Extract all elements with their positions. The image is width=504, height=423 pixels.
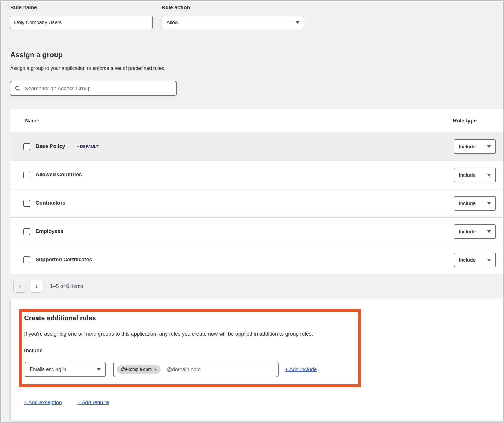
chevron-down-icon — [487, 145, 491, 148]
chevron-right-icon: › — [36, 282, 38, 290]
include-condition-value: Emails ending in — [30, 367, 66, 372]
add-require-link[interactable]: + Add require — [77, 399, 109, 406]
pagination-prev-button[interactable]: ‹ — [13, 280, 26, 293]
pagination-next-button[interactable]: › — [30, 280, 43, 293]
column-header-rule-type: Rule type — [453, 118, 477, 124]
email-domain-input[interactable]: @example.com × @domain.com — [113, 362, 279, 377]
group-name: Allowed Countries — [36, 172, 82, 178]
table-header: Name Rule type — [10, 109, 503, 132]
access-group-search[interactable] — [10, 81, 177, 96]
include-label: Include — [24, 348, 43, 354]
rule-type-select[interactable]: Include — [454, 196, 496, 211]
rule-type-value: Include — [459, 172, 476, 178]
rule-type-value: Include — [459, 200, 476, 207]
row-checkbox[interactable] — [23, 143, 30, 150]
table-row: Employees Include — [10, 217, 503, 246]
chevron-down-icon — [487, 202, 491, 205]
rule-type-select[interactable]: Include — [454, 224, 496, 239]
rule-action-select[interactable]: Allow — [162, 16, 304, 29]
row-checkbox[interactable] — [23, 228, 30, 235]
group-name: Employees — [36, 228, 63, 234]
remove-tag-icon[interactable]: × — [154, 367, 157, 372]
rule-type-select[interactable]: Include — [454, 253, 496, 267]
row-checkbox[interactable] — [23, 172, 30, 178]
rule-configuration-page: Rule name Rule action Allow Assign a gro… — [0, 0, 504, 423]
email-domain-placeholder: @domain.com — [167, 366, 201, 372]
search-icon — [15, 85, 21, 92]
rule-action-label: Rule action — [162, 4, 190, 11]
email-domain-tag-value: @example.com — [121, 367, 152, 372]
rule-type-value: Include — [459, 144, 476, 150]
chevron-down-icon — [487, 174, 491, 176]
assign-group-description: Assign a group to your application to en… — [10, 66, 165, 71]
add-include-link[interactable]: + Add include — [285, 366, 317, 372]
table-body: Base Policy • DEFAULT Include Allowed Co… — [10, 132, 503, 274]
table-row: Contractors Include — [10, 189, 503, 217]
table-row: Supported Certificates Include — [10, 246, 503, 274]
add-exception-link[interactable]: + Add exception — [24, 399, 62, 406]
email-domain-tag: @example.com × — [117, 365, 161, 374]
access-groups-table: Name Rule type Base Policy • DEFAULT Inc… — [10, 109, 503, 274]
search-input[interactable] — [24, 85, 172, 92]
create-additional-rules-description: If you're assigning one or more groups t… — [24, 331, 313, 337]
rule-type-select[interactable]: Include — [454, 139, 496, 154]
default-badge: • DEFAULT — [77, 144, 99, 149]
rule-type-value: Include — [459, 257, 476, 263]
row-checkbox[interactable] — [23, 256, 30, 263]
chevron-down-icon — [296, 21, 299, 24]
assign-group-heading: Assign a group — [10, 51, 63, 59]
rule-type-value: Include — [459, 229, 476, 235]
rule-type-select[interactable]: Include — [454, 168, 496, 182]
rule-action-value: Allow — [167, 20, 178, 26]
row-checkbox[interactable] — [23, 200, 30, 207]
group-name: Base Policy — [36, 143, 65, 149]
table-row: Allowed Countries Include — [10, 161, 503, 189]
create-additional-rules-heading: Create additional rules — [24, 314, 96, 322]
chevron-down-icon — [97, 368, 101, 371]
pagination-label: 1–5 of 6 items — [50, 283, 83, 289]
column-header-name: Name — [25, 118, 39, 124]
rule-name-input[interactable] — [10, 16, 153, 29]
group-name: Contractors — [36, 200, 65, 206]
rule-name-label: Rule name — [10, 4, 37, 11]
chevron-left-icon: ‹ — [19, 282, 21, 290]
table-row: Base Policy • DEFAULT Include — [10, 132, 503, 161]
include-condition-select[interactable]: Emails ending in — [25, 362, 106, 377]
chevron-down-icon — [487, 230, 491, 233]
chevron-down-icon — [487, 259, 491, 261]
group-name: Supported Certificates — [36, 256, 92, 263]
